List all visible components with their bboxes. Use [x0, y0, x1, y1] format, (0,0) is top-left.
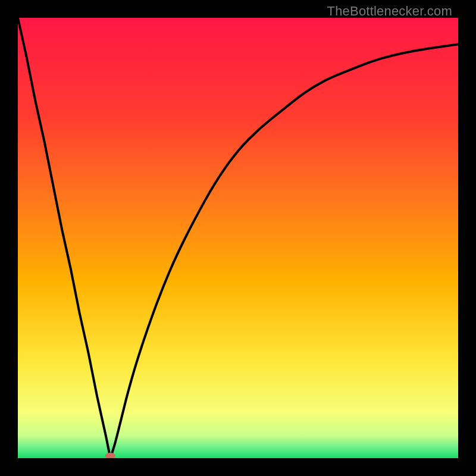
plot-area	[18, 18, 458, 458]
watermark-text: TheBottlenecker.com	[327, 4, 452, 19]
bottleneck-curve	[18, 18, 458, 458]
min-marker	[105, 453, 115, 458]
curve-layer	[18, 18, 458, 458]
chart-frame: TheBottlenecker.com	[0, 0, 476, 476]
